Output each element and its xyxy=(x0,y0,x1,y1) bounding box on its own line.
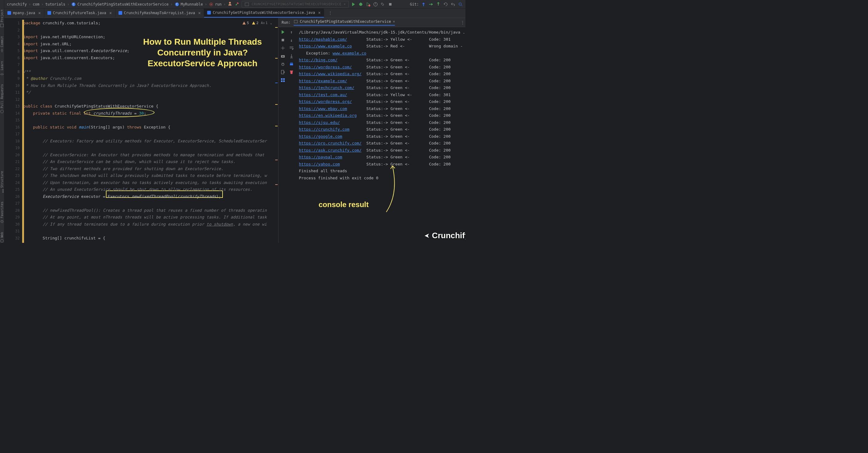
tool-favorites[interactable]: Favorites xyxy=(0,201,4,223)
svg-rect-29 xyxy=(294,20,298,23)
svg-point-4 xyxy=(1,110,4,113)
svg-rect-6 xyxy=(2,189,3,190)
tool-pull-requests[interactable]: Pull Requests xyxy=(0,84,4,113)
tool-commit[interactable]: Commit xyxy=(0,36,4,52)
svg-point-1 xyxy=(1,50,3,51)
svg-rect-37 xyxy=(281,80,283,82)
profile-icon[interactable] xyxy=(373,2,378,7)
svg-point-13 xyxy=(211,4,212,5)
svg-rect-36 xyxy=(283,78,285,80)
editor-tab[interactable]: CrunchifyHashmapToArrayList.java× xyxy=(116,8,205,18)
breadcrumb[interactable]: CCrunchifyGetPingStatusWithExecutorServi… xyxy=(71,2,168,7)
rerun-icon[interactable] xyxy=(280,30,285,34)
svg-rect-39 xyxy=(290,63,293,65)
search-icon[interactable] xyxy=(458,2,463,7)
more-icon[interactable]: ⋮ xyxy=(461,20,464,25)
git-push-icon[interactable] xyxy=(436,2,441,7)
settings-icon[interactable] xyxy=(465,2,465,7)
breadcrumb[interactable]: CMyRunnable xyxy=(175,2,203,7)
stop-icon[interactable] xyxy=(388,2,393,7)
editor-tab[interactable]: mpany.java× xyxy=(4,8,44,18)
layout-icon[interactable] xyxy=(280,78,285,83)
svg-point-31 xyxy=(282,48,283,49)
git-history-icon[interactable] xyxy=(443,2,448,7)
attach-icon[interactable] xyxy=(380,2,386,7)
breadcrumb-anon[interactable] xyxy=(227,1,232,7)
scroll-end-icon[interactable] xyxy=(289,54,294,59)
editor-tab[interactable]: CrunchifyGetPingStatusWithExecutorServic… xyxy=(204,8,324,18)
error-stripe[interactable] xyxy=(275,18,278,243)
trash-icon[interactable] xyxy=(289,69,294,75)
svg-rect-35 xyxy=(281,78,283,80)
svg-rect-38 xyxy=(283,80,285,82)
git-label: Git: xyxy=(410,2,419,6)
run-icon[interactable] xyxy=(350,2,356,7)
camera-icon[interactable] xyxy=(280,54,285,59)
svg-rect-0 xyxy=(1,24,4,27)
run-tool-window: Run: CrunchifyGetPingStatusWithExecutorS… xyxy=(278,18,465,243)
svg-point-25 xyxy=(459,3,461,5)
svg-rect-16 xyxy=(245,3,249,6)
settings-icon[interactable] xyxy=(280,46,285,51)
svg-point-33 xyxy=(282,56,283,57)
svg-rect-5 xyxy=(2,191,3,192)
editor-tabs: mpany.java×CrunchifyFutureTask.java×Crun… xyxy=(4,9,465,18)
tool-web[interactable]: Web xyxy=(0,232,4,243)
crunchify-logo: Crunchify xyxy=(422,231,465,240)
svg-point-14 xyxy=(229,2,231,4)
tab-dropdown[interactable]: ⋮ xyxy=(324,8,335,18)
run-configuration-selector[interactable]: CRUNCHIFYGETPINGSTATUSWITHEXECUTORSERVIC… xyxy=(242,1,348,8)
up-icon[interactable]: ↑ xyxy=(289,30,294,34)
stop-icon[interactable] xyxy=(280,37,285,43)
navigation-bar: crunchify› com› tutorials› CCrunchifyGet… xyxy=(4,0,465,9)
debug-icon[interactable] xyxy=(358,2,364,7)
svg-rect-41 xyxy=(290,70,293,71)
svg-text:C: C xyxy=(73,3,74,6)
svg-rect-40 xyxy=(290,62,292,63)
svg-text:C: C xyxy=(176,3,178,6)
git-update-icon[interactable] xyxy=(421,2,426,7)
svg-rect-15 xyxy=(237,2,239,4)
breadcrumb[interactable]: com xyxy=(33,2,39,6)
print-icon[interactable] xyxy=(289,62,294,66)
svg-line-26 xyxy=(461,5,462,6)
line-number-gutter: 123456789101112▶131415▶16171819202122232… xyxy=(4,18,22,243)
softwrap-icon[interactable] xyxy=(289,46,294,51)
close-icon[interactable]: × xyxy=(38,10,41,16)
code-editor[interactable]: 123456789101112▶131415▶16171819202122232… xyxy=(4,18,278,243)
run-actions-right: ↑ ↓ xyxy=(287,27,296,243)
plug-icon[interactable] xyxy=(280,62,285,66)
close-icon[interactable]: × xyxy=(198,10,201,16)
coverage-icon[interactable] xyxy=(365,2,371,7)
breadcrumb[interactable]: tutorials xyxy=(45,2,65,6)
breadcrumb[interactable]: crunchify xyxy=(7,2,27,6)
git-commit-icon[interactable] xyxy=(428,2,434,7)
breadcrumb[interactable]: run xyxy=(209,2,222,7)
close-icon[interactable]: × xyxy=(318,10,320,15)
svg-rect-24 xyxy=(389,3,392,5)
git-rollback-icon[interactable] xyxy=(450,2,456,7)
tool-learn[interactable]: Learn xyxy=(0,61,4,76)
down-icon[interactable]: ↓ xyxy=(289,37,294,43)
hammer-icon[interactable] xyxy=(234,2,240,7)
console-output[interactable]: /Library/Java/JavaVirtualMachines/jdk-15… xyxy=(296,27,465,243)
run-actions-left xyxy=(279,27,287,243)
run-tab[interactable]: CrunchifyGetPingStatusWithExecutorServic… xyxy=(293,20,395,26)
svg-point-21 xyxy=(368,5,370,6)
editor-tab[interactable]: CrunchifyFutureTask.java× xyxy=(44,8,116,18)
tool-project[interactable]: Project xyxy=(0,9,4,27)
tool-structure[interactable]: Structure xyxy=(0,171,4,193)
left-toolwindow-bar: Project Commit Learn Pull Requests Struc… xyxy=(0,0,4,243)
close-icon[interactable]: × xyxy=(109,10,112,16)
exit-icon[interactable] xyxy=(280,69,285,75)
svg-point-7 xyxy=(1,239,4,243)
svg-rect-30 xyxy=(282,39,284,41)
run-label: Run: xyxy=(282,20,290,25)
